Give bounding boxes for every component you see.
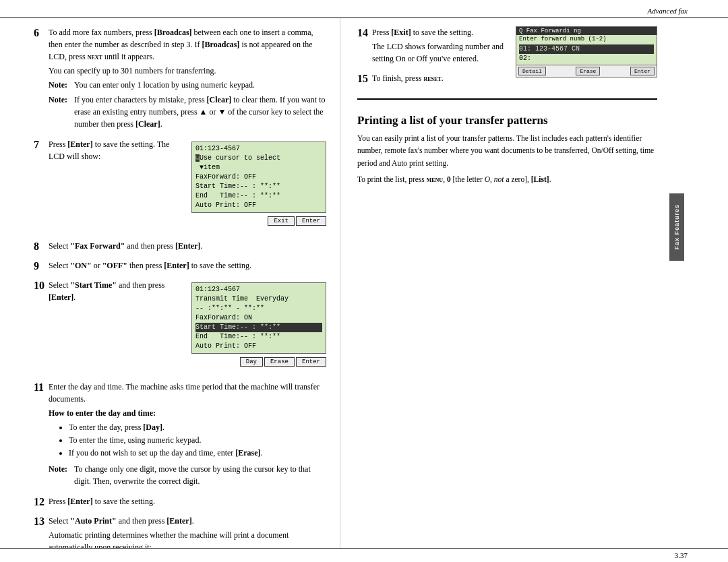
header-title: Advanced fax [647, 7, 688, 15]
step-6-subtext: You can specify up to 301 numbers for tr… [49, 65, 326, 77]
step-13: 13 Select "Auto Print" and then press [E… [34, 515, 326, 548]
printing-body-1: You can easily print a list of your tran… [357, 132, 657, 169]
step-15-content: To finish, press reset. [372, 72, 509, 86]
step-12-number: 12 [34, 495, 49, 508]
fax-forward-row2: 02: [519, 55, 531, 62]
lcd-enter-button-7[interactable]: Enter [296, 216, 326, 226]
step-12-content: Press [Enter] to save the setting. [49, 495, 326, 509]
fax-forward-detail-button[interactable]: Detail [518, 67, 546, 75]
step-14-text: Press [Exit] to save the setting. [372, 26, 509, 38]
step-11-bullets: To enter the day, press [Day]. To enter … [69, 421, 326, 460]
printing-section-title: Printing a list of your transfer pattern… [357, 113, 657, 128]
lcd-buttons-7: Exit Enter [191, 216, 326, 226]
lcd-enter-button-10[interactable]: Enter [296, 357, 326, 367]
step-13-content: Select "Auto Print" and then press [Ente… [49, 515, 326, 548]
fax-forward-box: Q Fax Forwardi ng Enter forward numb (1-… [516, 26, 657, 77]
step-6-number: 6 [34, 26, 49, 39]
step-14-content: Press [Exit] to save the setting. The LC… [372, 26, 509, 67]
step-14-number: 14 [357, 26, 372, 39]
step-6-note1: Note: You can enter only 1 location by u… [49, 79, 326, 91]
step-11: 11 Enter the day and time. The machine a… [34, 381, 326, 490]
lcd-screen-10: 01:123-4567 Transmit Time Everyday -- :*… [191, 282, 326, 354]
step-9-content: Select "ON" or "OFF" then press [Enter] … [49, 259, 326, 274]
fax-forward-row1: 01: 123-4567 CN [519, 44, 654, 54]
lcd-buttons-10: Day Erase Enter [191, 357, 326, 367]
fax-forward-enter-button[interactable]: Enter [630, 67, 655, 75]
fax-forward-title: Q Fax Forwardi ng [516, 27, 657, 35]
step-12-text: Press [Enter] to save the setting. [49, 495, 326, 507]
fax-forward-buttons: Detail Erase Enter [516, 65, 657, 77]
step-6-text: To add more fax numbers, press [Broadcas… [49, 26, 326, 63]
step-10-lcd: 01:123-4567 Transmit Time Everyday -- :*… [191, 279, 326, 370]
lcd-day-button[interactable]: Day [240, 357, 263, 367]
step-15-text: To finish, press reset. [372, 72, 509, 84]
lcd-erase-button-10[interactable]: Erase [264, 357, 295, 367]
step-13-number: 13 [34, 515, 49, 528]
fax-forward-content: 01: 123-4567 CN 02: [516, 43, 657, 65]
step-8-number: 8 [34, 240, 49, 253]
step-10: 10 01:123-4567 Transmit Time Everyday --… [34, 279, 326, 375]
fax-features-tab: Fax Features [669, 193, 684, 261]
step-10-number: 10 [34, 279, 49, 292]
footer-page-number: 3.37 [675, 551, 688, 559]
step-8: 8 Select "Fax Forward" and then press [E… [34, 240, 326, 254]
bullet-2: To enter the time, using numeric keypad. [69, 434, 326, 447]
step-12: 12 Press [Enter] to save the setting. [34, 495, 326, 509]
step-8-content: Select "Fax Forward" and then press [Ent… [49, 240, 326, 254]
step-15: 15 To finish, press reset. [357, 72, 509, 86]
page-footer: 3.37 [0, 548, 728, 562]
lcd-screen-7: 01:123-4567 ☺Use cursor to select ▼item … [191, 142, 326, 213]
left-column: 6 To add more fax numbers, press [Broadc… [0, 18, 340, 548]
step-9-number: 9 [34, 259, 49, 272]
step-10-content: 01:123-4567 Transmit Time Everyday -- :*… [49, 279, 326, 375]
fax-features-label: Fax Features [673, 204, 680, 250]
step-13-body: Automatic printing determines whether th… [49, 529, 326, 548]
fax-forward-erase-button[interactable]: Erase [576, 67, 600, 75]
step-8-text: Select "Fax Forward" and then press [Ent… [49, 240, 326, 252]
printing-section: Printing a list of your transfer pattern… [357, 98, 657, 186]
step-6-note2: Note: If you enter characters by mistake… [49, 94, 326, 130]
step-7-lcd: 01:123-4567 ☺Use cursor to select ▼item … [191, 138, 326, 229]
step-13-text: Select "Auto Print" and then press [Ente… [49, 515, 326, 527]
step-7-content: 01:123-4567 ☺Use cursor to select ▼item … [49, 138, 326, 235]
lcd-exit-button-7[interactable]: Exit [268, 216, 295, 226]
right-column: Q Fax Forwardi ng Enter forward numb (1-… [340, 18, 684, 548]
fax-forward-subtitle: Enter forward numb (1-2) [516, 35, 657, 43]
step-11-content: Enter the day and time. The machine asks… [49, 381, 326, 490]
bullet-3: If you do not wish to set up the day and… [69, 447, 326, 460]
step-11-number: 11 [34, 381, 49, 394]
step-11-text: Enter the day and time. The machine asks… [49, 381, 326, 405]
step-14: 14 Press [Exit] to save the setting. The… [357, 26, 509, 67]
step-9: 9 Select "ON" or "OFF" then press [Enter… [34, 259, 326, 274]
step-11-how-to: How to enter the day and time: [49, 408, 156, 418]
step-9-text: Select "ON" or "OFF" then press [Enter] … [49, 259, 326, 272]
page-header: Advanced fax [0, 0, 728, 18]
step-6-content: To add more fax numbers, press [Broadcas… [49, 26, 326, 133]
step-7-number: 7 [34, 138, 49, 151]
step-14-subtext: The LCD shows forwarding number and sett… [372, 40, 509, 65]
bullet-1: To enter the day, press [Day]. [69, 421, 326, 434]
step-6: 6 To add more fax numbers, press [Broadc… [34, 26, 326, 133]
step-15-number: 15 [357, 72, 372, 85]
step-7: 7 01:123-4567 ☺Use cursor to select ▼ite… [34, 138, 326, 235]
main-content: 6 To add more fax numbers, press [Broadc… [0, 18, 728, 548]
step-11-note: Note: To change only one digit, move the… [49, 463, 326, 487]
printing-body-2: To print the list, press menu, 0 [the le… [357, 173, 657, 185]
